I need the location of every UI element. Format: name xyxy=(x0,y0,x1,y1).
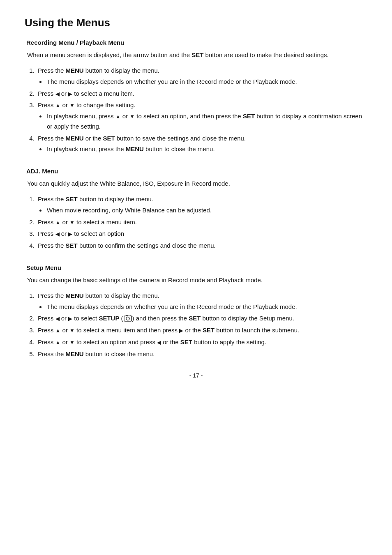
setup-step-4: Press or to select an option and press o… xyxy=(36,337,367,348)
setup-step-3: Press or to select a menu item and then … xyxy=(36,325,367,336)
adj-step-2: Press or to select a menu item. xyxy=(36,217,367,228)
setup-step-2: Press or to select SETUP () and then pre… xyxy=(36,313,367,324)
adj-menu-intro: You can quickly adjust the White Balance… xyxy=(25,179,367,189)
setup-step-5: Press the MENU button to close the menu. xyxy=(36,349,367,359)
setup-step-1-bullet: The menu displays depends on whether you… xyxy=(46,302,367,312)
page-title: Using the Menus xyxy=(25,16,367,29)
adj-step-1: Press the SET button to display the menu… xyxy=(36,194,367,216)
setup-menu-intro: You can change the basic settings of the… xyxy=(25,275,367,285)
recording-step-1-bullet: The menu displays depends on whether you… xyxy=(46,77,367,87)
setup-menu-title: Setup Menu xyxy=(25,264,367,271)
adj-step-1-bullet: When movie recording, only White Balance… xyxy=(46,205,367,216)
setup-step-1: Press the MENU button to display the men… xyxy=(36,291,367,312)
setup-camera-icon xyxy=(123,314,132,323)
adj-step-3: Press or to select an option xyxy=(36,229,367,239)
recording-step-2: Press or to select a menu item. xyxy=(36,89,367,99)
svg-point-1 xyxy=(126,317,129,320)
adj-step-4: Press the SET button to confirm the sett… xyxy=(36,241,367,251)
adj-menu-steps: Press the SET button to display the menu… xyxy=(36,194,367,251)
setup-menu-steps: Press the MENU button to display the men… xyxy=(36,291,367,359)
recording-step-1: Press the MENU button to display the men… xyxy=(36,66,367,87)
recording-menu-intro: When a menu screen is displayed, the arr… xyxy=(25,50,367,60)
recording-menu-steps: Press the MENU button to display the men… xyxy=(36,66,367,154)
recording-menu-section: Recording Menu / Playback Menu When a me… xyxy=(25,39,367,154)
svg-marker-3 xyxy=(130,315,131,315)
recording-step-3-bullet: In playback menu, press or to select an … xyxy=(46,111,367,132)
adj-menu-title: ADJ. Menu xyxy=(25,168,367,175)
recording-step-3: Press or to change the setting. In playb… xyxy=(36,100,367,131)
recording-step-4-bullet: In playback menu, press the MENU button … xyxy=(46,144,367,154)
adj-menu-section: ADJ. Menu You can quickly adjust the Whi… xyxy=(25,168,367,251)
page-number: - 17 - xyxy=(25,372,367,379)
svg-rect-2 xyxy=(126,315,128,316)
recording-step-4: Press the MENU or the SET button to save… xyxy=(36,134,367,155)
recording-menu-title: Recording Menu / Playback Menu xyxy=(25,39,367,46)
setup-menu-section: Setup Menu You can change the basic sett… xyxy=(25,264,367,359)
